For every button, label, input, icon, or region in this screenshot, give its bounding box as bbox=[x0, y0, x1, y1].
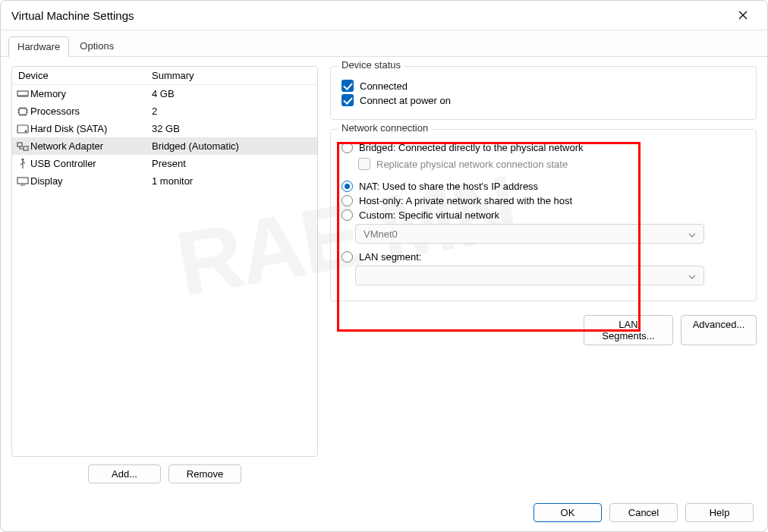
replicate-checkbox[interactable] bbox=[358, 158, 370, 170]
svg-point-6 bbox=[22, 159, 24, 160]
tab-hardware[interactable]: Hardware bbox=[8, 36, 69, 57]
bridged-radio[interactable] bbox=[342, 142, 353, 153]
ok-button[interactable]: OK bbox=[534, 503, 602, 522]
device-name: Memory bbox=[29, 88, 149, 99]
device-row-usb[interactable]: USB Controller Present bbox=[12, 155, 317, 172]
connected-checkbox[interactable] bbox=[342, 80, 354, 92]
device-buttons: Add... Remove bbox=[11, 464, 318, 483]
help-button[interactable]: Help bbox=[685, 503, 754, 522]
svg-rect-5 bbox=[24, 146, 28, 150]
network-connection-group: Network connection Bridged: Connected di… bbox=[330, 129, 757, 301]
footer-buttons: OK Cancel Help bbox=[14, 503, 754, 522]
add-device-button[interactable]: Add... bbox=[88, 464, 161, 483]
col-header-device[interactable]: Device bbox=[12, 70, 149, 81]
chevron-down-icon bbox=[688, 270, 696, 282]
hostonly-label: Host-only: A private network shared with… bbox=[359, 195, 572, 206]
device-name: Hard Disk (SATA) bbox=[29, 123, 149, 134]
device-summary: 4 GB bbox=[149, 88, 317, 99]
svg-point-3 bbox=[25, 131, 27, 132]
device-summary: Present bbox=[149, 158, 317, 169]
device-summary: 32 GB bbox=[149, 123, 317, 134]
hostonly-radio[interactable] bbox=[342, 195, 353, 206]
window-title: Virtual Machine Settings bbox=[11, 9, 134, 22]
nat-radio[interactable] bbox=[342, 181, 353, 192]
device-row-network[interactable]: Network Adapter Bridged (Automatic) bbox=[12, 137, 317, 155]
device-header-row: Device Summary bbox=[12, 67, 317, 85]
device-row-processors[interactable]: Processors 2 bbox=[12, 102, 317, 120]
settings-window: RAE MN Virtual Machine Settings Hardware… bbox=[0, 0, 768, 532]
tab-bar: Hardware Options bbox=[1, 30, 767, 57]
connect-poweron-checkbox[interactable] bbox=[342, 94, 354, 106]
remove-device-button[interactable]: Remove bbox=[168, 464, 241, 483]
tab-options[interactable]: Options bbox=[71, 36, 123, 56]
custom-radio[interactable] bbox=[342, 209, 353, 221]
network-icon bbox=[17, 141, 29, 152]
nat-label: NAT: Used to share the host's IP address bbox=[359, 181, 538, 192]
lan-segments-button[interactable]: LAN Segments... bbox=[584, 315, 673, 345]
advanced-button[interactable]: Advanced... bbox=[681, 315, 757, 345]
hdd-icon bbox=[17, 124, 29, 134]
lansegment-label: LAN segment: bbox=[359, 251, 421, 263]
network-buttons: LAN Segments... Advanced... bbox=[330, 315, 757, 345]
network-connection-legend: Network connection bbox=[338, 122, 431, 134]
cpu-icon bbox=[17, 106, 29, 117]
device-name: USB Controller bbox=[29, 158, 149, 169]
svg-rect-1 bbox=[19, 109, 27, 115]
left-panel: Device Summary Memory 4 GB Processors 2 … bbox=[11, 66, 318, 490]
device-summary: 1 monitor bbox=[149, 175, 317, 187]
cancel-button[interactable]: Cancel bbox=[609, 503, 678, 522]
device-list: Device Summary Memory 4 GB Processors 2 … bbox=[11, 66, 318, 457]
device-row-display[interactable]: Display 1 monitor bbox=[12, 172, 317, 190]
connect-poweron-label: Connect at power on bbox=[360, 95, 451, 106]
titlebar: Virtual Machine Settings bbox=[1, 1, 767, 30]
device-name: Processors bbox=[29, 105, 149, 117]
close-icon bbox=[738, 11, 748, 20]
replicate-label: Replicate physical network connection st… bbox=[376, 159, 568, 170]
device-status-legend: Device status bbox=[338, 59, 404, 71]
svg-rect-4 bbox=[17, 143, 22, 146]
device-name: Display bbox=[29, 175, 149, 187]
device-name: Network Adapter bbox=[29, 140, 149, 152]
col-header-summary[interactable]: Summary bbox=[149, 70, 317, 81]
custom-network-dropdown[interactable]: VMnet0 bbox=[355, 224, 704, 244]
content-area: Device Summary Memory 4 GB Processors 2 … bbox=[1, 57, 767, 497]
lansegment-radio[interactable] bbox=[342, 251, 353, 263]
device-row-memory[interactable]: Memory 4 GB bbox=[12, 85, 317, 102]
custom-label: Custom: Specific virtual network bbox=[359, 209, 499, 221]
close-button[interactable] bbox=[729, 4, 757, 27]
svg-rect-7 bbox=[17, 178, 28, 184]
chevron-down-icon bbox=[688, 228, 696, 240]
lansegment-dropdown[interactable] bbox=[355, 266, 704, 285]
bridged-label: Bridged: Connected directly to the physi… bbox=[359, 142, 584, 153]
svg-rect-0 bbox=[17, 91, 28, 96]
right-panel: Device status Connected Connect at power… bbox=[330, 66, 757, 490]
connected-label: Connected bbox=[360, 80, 408, 92]
device-summary: 2 bbox=[149, 105, 317, 117]
memory-icon bbox=[17, 89, 29, 99]
device-row-hdd[interactable]: Hard Disk (SATA) 32 GB bbox=[12, 120, 317, 137]
device-summary: Bridged (Automatic) bbox=[149, 140, 317, 152]
custom-network-value: VMnet0 bbox=[364, 228, 398, 240]
display-icon bbox=[17, 176, 29, 187]
usb-icon bbox=[17, 159, 29, 169]
device-status-group: Device status Connected Connect at power… bbox=[330, 66, 757, 120]
